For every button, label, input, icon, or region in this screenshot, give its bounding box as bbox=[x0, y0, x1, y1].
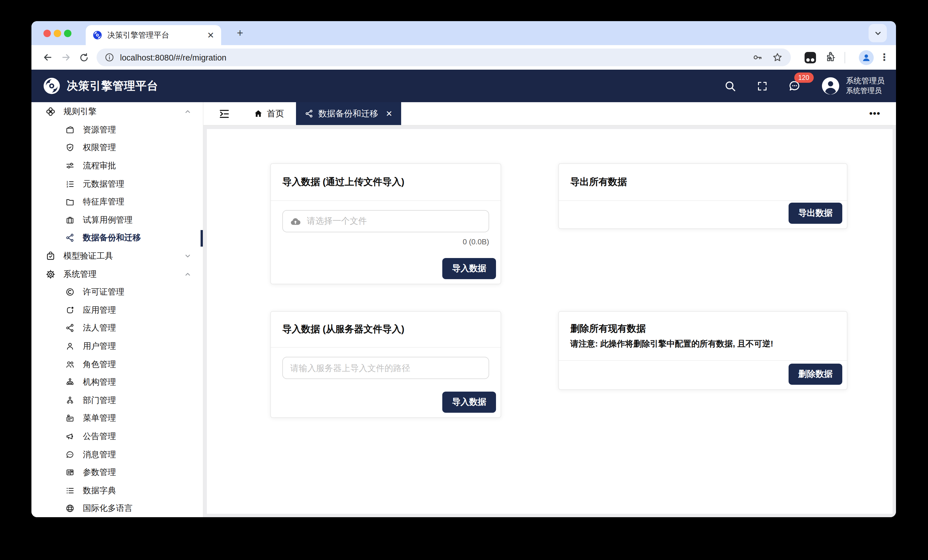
i18n-icon bbox=[65, 504, 75, 513]
file-select-input[interactable]: 请选择一个文件 bbox=[282, 210, 489, 232]
chevron-up-icon[interactable] bbox=[184, 270, 191, 278]
browser-tab-strip: 决策引擎管理平台 ✕ + bbox=[31, 21, 896, 45]
browser-window: 决策引擎管理平台 ✕ + localhost:8080/#/re/migrati… bbox=[31, 21, 896, 517]
dark-extension-icon[interactable] bbox=[804, 52, 816, 63]
app-logo-swirl-icon bbox=[43, 77, 61, 95]
card-title: 导出所有数据 bbox=[570, 176, 835, 189]
sidebar-item-i18n[interactable]: 国际化多语言 bbox=[31, 499, 203, 517]
tab-home[interactable]: 首页 bbox=[254, 108, 284, 119]
rule-engine-icon bbox=[45, 107, 56, 117]
search-icon[interactable] bbox=[724, 80, 736, 92]
share-icon bbox=[305, 109, 314, 118]
testcase-icon bbox=[65, 215, 75, 225]
url-bar[interactable]: localhost:8080/#/re/migration bbox=[96, 49, 791, 66]
sidebar-item-resource[interactable]: 资源管理 bbox=[31, 121, 203, 139]
sidebar-item-license[interactable]: 许可证管理 bbox=[31, 283, 203, 301]
chevron-down-icon bbox=[873, 29, 882, 37]
menu-icon bbox=[65, 414, 75, 423]
sidebar-item-system[interactable]: 系统管理 bbox=[31, 265, 203, 283]
chevron-up-icon[interactable] bbox=[184, 108, 191, 116]
traffic-light-minimize[interactable] bbox=[54, 30, 61, 37]
tab-search-button[interactable] bbox=[868, 24, 887, 42]
tab-options-icon[interactable]: ••• bbox=[869, 108, 881, 119]
file-placeholder: 请选择一个文件 bbox=[307, 216, 367, 227]
license-icon bbox=[65, 287, 75, 297]
browser-tab[interactable]: 决策引擎管理平台 ✕ bbox=[86, 25, 221, 45]
app-title: 决策引擎管理平台 bbox=[67, 78, 158, 94]
card-import-upload: 导入数据 (通过上传文件导入) 请选择一个文件 bbox=[270, 163, 501, 284]
bookmark-star-icon[interactable] bbox=[772, 52, 783, 63]
sidebar-item-message[interactable]: 消息管理 bbox=[31, 446, 203, 464]
dept-icon bbox=[65, 396, 75, 405]
sidebar-item-rule-engine[interactable]: 规则引擎 bbox=[31, 103, 203, 121]
reload-button[interactable] bbox=[75, 52, 93, 62]
fullscreen-icon[interactable] bbox=[756, 80, 768, 91]
reload-icon bbox=[79, 52, 89, 62]
screen: 决策引擎管理平台 ✕ + localhost:8080/#/re/migrati… bbox=[0, 0, 928, 560]
sidebar-item-metadata[interactable]: 元数据管理 bbox=[31, 175, 203, 193]
sidebar-item-label: 规则引擎 bbox=[63, 107, 96, 117]
tab-data-migration-label: 数据备份和迁移 bbox=[318, 108, 378, 119]
sidebar-item-legal[interactable]: 法人管理 bbox=[31, 319, 203, 337]
sidebar-item-menu[interactable]: 菜单管理 bbox=[31, 409, 203, 427]
sidebar-item-feature[interactable]: 特征库管理 bbox=[31, 193, 203, 211]
sidebar-item-approval[interactable]: 流程审批 bbox=[31, 157, 203, 175]
sidebar-item-dept[interactable]: 部门管理 bbox=[31, 391, 203, 409]
chevron-down-icon[interactable] bbox=[184, 252, 191, 260]
card-header: 导出所有数据 bbox=[559, 164, 847, 201]
sidebar-item-label: 数据字典 bbox=[83, 485, 116, 496]
sidebar-item-dict[interactable]: 数据字典 bbox=[31, 481, 203, 499]
import-data-button[interactable]: 导入数据 bbox=[442, 392, 496, 413]
new-tab-button[interactable]: + bbox=[233, 26, 247, 41]
tab-data-migration[interactable]: 数据备份和迁移 ✕ bbox=[296, 102, 401, 125]
traffic-light-close[interactable] bbox=[43, 30, 51, 37]
user-icon bbox=[65, 341, 75, 351]
back-icon bbox=[42, 52, 53, 63]
tab-close-icon[interactable]: ✕ bbox=[386, 109, 392, 118]
sidebar-item-label: 菜单管理 bbox=[83, 413, 116, 424]
sidebar-item-label: 流程审批 bbox=[83, 160, 116, 171]
sidebar-item-param[interactable]: 参数管理 bbox=[31, 464, 203, 481]
sidebar-item-label: 许可证管理 bbox=[83, 286, 124, 297]
sidebar-item-permission[interactable]: 权限管理 bbox=[31, 139, 203, 157]
card-header: 删除所有现有数据 请注意: 此操作将删除引擎中配置的所有数据, 且不可逆! bbox=[559, 312, 847, 361]
collapse-sidebar-button[interactable] bbox=[218, 108, 230, 120]
sidebar-item-app[interactable]: 应用管理 bbox=[31, 301, 203, 319]
sidebar-item-model-tool[interactable]: 模型验证工具 bbox=[31, 247, 203, 265]
sidebar-item-testcase[interactable]: 试算用例管理 bbox=[31, 211, 203, 229]
browser-menu-icon[interactable]: ⋮ bbox=[879, 52, 889, 63]
server-path-input[interactable] bbox=[282, 357, 489, 379]
card-header: 导入数据 (通过上传文件导入) bbox=[271, 164, 501, 201]
migration-panel: 导入数据 (通过上传文件导入) 请选择一个文件 bbox=[207, 129, 893, 514]
export-data-button[interactable]: 导出数据 bbox=[789, 202, 842, 224]
system-icon bbox=[45, 269, 56, 279]
delete-data-button[interactable]: 删除数据 bbox=[789, 364, 842, 385]
sidebar-item-label: 权限管理 bbox=[83, 142, 116, 153]
forward-button[interactable] bbox=[56, 52, 75, 63]
sidebar-item-org[interactable]: 机构管理 bbox=[31, 373, 203, 391]
messages-button[interactable]: 120 bbox=[788, 79, 801, 93]
toolbar-divider bbox=[844, 52, 845, 63]
sidebar-item-role[interactable]: 角色管理 bbox=[31, 355, 203, 373]
sidebar: 规则引擎资源管理权限管理流程审批元数据管理特征库管理试算用例管理数据备份和迁移模… bbox=[31, 102, 203, 517]
sidebar-item-announcement[interactable]: 公告管理 bbox=[31, 427, 203, 445]
home-icon bbox=[254, 109, 263, 118]
extensions-puzzle-icon[interactable] bbox=[825, 52, 836, 63]
sidebar-item-label: 系统管理 bbox=[63, 269, 96, 279]
user-menu[interactable]: 系统管理员 系统管理员 bbox=[821, 76, 885, 96]
sidebar-item-migration[interactable]: 数据备份和迁移 bbox=[31, 229, 203, 247]
user-avatar bbox=[821, 76, 840, 95]
sidebar-item-label: 国际化多语言 bbox=[83, 503, 133, 514]
sidebar-item-label: 用户管理 bbox=[83, 341, 116, 352]
sidebar-item-label: 元数据管理 bbox=[83, 178, 124, 189]
sidebar-item-label: 参数管理 bbox=[83, 467, 116, 478]
tab-close-icon[interactable]: ✕ bbox=[207, 31, 214, 40]
password-key-icon[interactable] bbox=[752, 52, 763, 63]
sidebar-item-user[interactable]: 用户管理 bbox=[31, 337, 203, 355]
traffic-light-zoom[interactable] bbox=[64, 30, 72, 37]
browser-profile-avatar[interactable] bbox=[859, 50, 874, 65]
import-data-button[interactable]: 导入数据 bbox=[442, 258, 496, 279]
back-button[interactable] bbox=[38, 52, 56, 63]
site-info-icon[interactable] bbox=[105, 53, 114, 62]
sidebar-item-label: 机构管理 bbox=[83, 377, 116, 388]
